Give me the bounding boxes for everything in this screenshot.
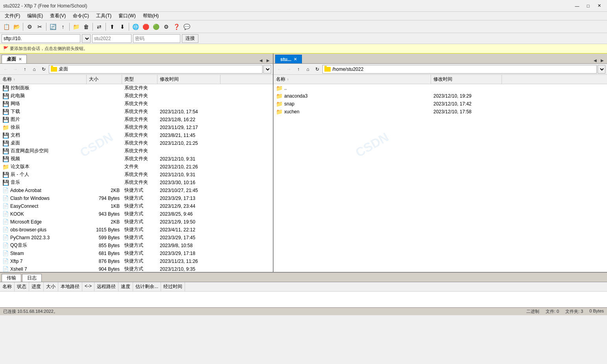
menu-item-T[interactable]: 工具(T) xyxy=(93,12,115,20)
username-input[interactable] xyxy=(92,34,131,43)
right-file-list: 名称 修改时间 📁 .. 📁 anaconda3 2023/12/10, 19:… xyxy=(274,75,607,272)
sftp-dropdown[interactable] xyxy=(82,34,91,43)
right-refresh-button[interactable]: ↻ xyxy=(313,65,322,74)
left-back-button[interactable]: ← xyxy=(2,65,10,74)
left-file-row[interactable]: 💾 文档 系统文件夹 2023/8/21, 11:45 xyxy=(0,131,273,139)
toolbar-settings[interactable]: ⚙ xyxy=(161,22,171,31)
left-tab-desktop[interactable]: 桌面 ✕ xyxy=(2,55,27,63)
right-tab-stu[interactable]: stu... ✕ xyxy=(275,55,302,63)
notification-text: 🚩 要添加当前会话，点击左侧的箭头按钮。 xyxy=(3,46,88,52)
left-file-row[interactable]: 💾 图片 系统文件夹 2023/12/8, 16:22 xyxy=(0,116,273,124)
menu-item-E[interactable]: 编辑(E) xyxy=(24,12,46,20)
toolbar-up[interactable]: ↑ xyxy=(58,22,68,31)
left-file-row[interactable]: 💾 控制面板 系统文件夹 xyxy=(0,84,273,92)
right-back-button[interactable]: ← xyxy=(275,65,284,74)
left-path-dropdown[interactable] xyxy=(263,65,271,74)
left-file-row[interactable]: 📁 徐辰 系统文件夹 2023/11/29, 12:17 xyxy=(0,124,273,131)
left-file-row[interactable]: 📄 obs-browser-plus 1015 Bytes 快捷方式 2023/… xyxy=(0,226,273,234)
right-nav-left[interactable]: ◀ xyxy=(592,57,598,63)
right-nav-right[interactable]: ▶ xyxy=(599,57,605,63)
left-refresh-button[interactable]: ↻ xyxy=(39,65,48,74)
maximize-button[interactable]: □ xyxy=(583,2,593,9)
toolbar-open-folder[interactable]: 📂 xyxy=(12,22,21,31)
right-up-button[interactable]: ↑ xyxy=(294,65,303,74)
left-file-row[interactable]: 📄 Clash for Windows 794 Bytes 快捷方式 2023/… xyxy=(0,194,273,202)
connect-button[interactable]: 连接 xyxy=(182,34,198,43)
right-file-row[interactable]: 📁 anaconda3 2023/12/10, 19:29 xyxy=(274,92,607,100)
transfer-tab-0[interactable]: 传输 xyxy=(2,274,21,282)
right-file-row[interactable]: 📁 snap 2023/12/10, 17:42 xyxy=(274,100,607,108)
transfer-header: 名称状态进度大小本地路径<->远程路径速度估计剩余...经过时间 xyxy=(0,282,607,292)
status-files: 文件: 0 xyxy=(546,309,559,314)
menu-item-H[interactable]: 帮助(H) xyxy=(140,12,162,20)
sftp-input[interactable] xyxy=(2,34,80,43)
menu-item-C[interactable]: 命令(C) xyxy=(70,12,92,20)
toolbar-sync[interactable]: ⇄ xyxy=(94,22,104,31)
right-path-combo[interactable]: /home/stu2022 xyxy=(322,65,597,74)
left-col-date[interactable]: 修改时间 xyxy=(157,75,220,84)
right-path-dropdown[interactable] xyxy=(598,65,605,74)
transfer-tab-1[interactable]: 日志 xyxy=(22,274,42,282)
toolbar-upload[interactable]: ⬆ xyxy=(107,22,117,31)
toolbar-globe[interactable]: 🌐 xyxy=(131,22,140,31)
left-file-row[interactable]: 📄 Microsoft Edge 2KB 快捷方式 2023/12/9, 19:… xyxy=(0,218,273,226)
left-col-size[interactable]: 大小 xyxy=(87,75,122,84)
minimize-button[interactable]: — xyxy=(572,2,582,9)
left-file-row[interactable]: 📄 Xftp 7 876 Bytes 快捷方式 2023/11/23, 11:2… xyxy=(0,257,273,265)
password-input[interactable] xyxy=(133,34,180,43)
left-up-button[interactable]: ↑ xyxy=(20,65,29,74)
right-forward-button[interactable]: → xyxy=(285,65,293,74)
left-nav-left[interactable]: ◀ xyxy=(258,57,264,63)
left-file-row[interactable]: 💾 百度网盘同步空间 系统文件夹 xyxy=(0,147,273,155)
toolbar-download[interactable]: ⬇ xyxy=(118,22,127,31)
left-file-row[interactable]: 💾 桌面 系统文件夹 2023/12/10, 21:25 xyxy=(0,139,273,147)
right-file-row[interactable]: 📁 xuchen 2023/12/10, 17:58 xyxy=(274,108,607,116)
left-col-name[interactable]: 名称 xyxy=(0,75,87,84)
toolbar-help[interactable]: ❓ xyxy=(172,22,181,31)
bottom-area: 传输日志 名称状态进度大小本地路径<->远程路径速度估计剩余...经过时间 xyxy=(0,272,607,307)
close-button[interactable]: ✕ xyxy=(594,2,604,9)
left-tab-close[interactable]: ✕ xyxy=(19,57,22,61)
toolbar-new-folder[interactable]: 📁 xyxy=(71,22,81,31)
left-file-row[interactable]: 💾 网络 系统文件夹 xyxy=(0,100,273,108)
right-col-date[interactable]: 修改时间 xyxy=(431,75,502,84)
left-file-row[interactable]: 💾 此电脑 系统文件夹 xyxy=(0,92,273,100)
left-file-row[interactable]: 📄 Adobe Acrobat 2KB 快捷方式 2023/10/27, 21:… xyxy=(0,187,273,194)
left-file-row[interactable]: 📄 EasyConnect 1KB 快捷方式 2023/12/9, 23:44 xyxy=(0,202,273,210)
toolbar-paste[interactable]: ✂ xyxy=(35,22,44,31)
left-file-row[interactable]: 💾 视频 系统文件夹 2023/12/10, 9:31 xyxy=(0,155,273,163)
transfer-col: 远程路径 xyxy=(94,282,118,291)
menu-item-F[interactable]: 文件(F) xyxy=(2,12,23,20)
left-file-row[interactable]: 💾 辰 - 个人 系统文件夹 2023/12/10, 9:31 xyxy=(0,171,273,179)
right-home-button[interactable]: ⌂ xyxy=(304,65,312,74)
left-folder-icon xyxy=(51,67,57,72)
left-home-button[interactable]: ⌂ xyxy=(30,65,39,74)
toolbar-chat[interactable]: 💬 xyxy=(182,22,191,31)
left-file-row[interactable]: 💾 音乐 系统文件夹 2023/3/30, 10:16 xyxy=(0,179,273,187)
menu-item-W[interactable]: 窗口(W) xyxy=(115,12,139,20)
left-file-row[interactable]: 📄 Xshell 7 904 Bytes 快捷方式 2023/12/10, 9:… xyxy=(0,265,273,272)
right-file-row[interactable]: 📁 .. xyxy=(274,84,607,92)
right-tab-close[interactable]: ✕ xyxy=(294,57,297,61)
left-file-row[interactable]: 📄 Steam 681 Bytes 快捷方式 2023/3/29, 17:18 xyxy=(0,249,273,257)
left-col-type[interactable]: 类型 xyxy=(122,75,157,84)
left-file-row[interactable]: 📄 PyCharm 2022.3.3 599 Bytes 快捷方式 2023/3… xyxy=(0,234,273,242)
left-file-row[interactable]: 📄 QQ音乐 855 Bytes 快捷方式 2023/9/8, 10:58 xyxy=(0,242,273,249)
address-bar: 连接 xyxy=(0,33,607,44)
left-forward-button[interactable]: → xyxy=(11,65,20,74)
left-file-row[interactable]: 💾 下载 系统文件夹 2023/12/10, 17:54 xyxy=(0,108,273,116)
right-col-name[interactable]: 名称 xyxy=(274,75,431,84)
menu-item-V[interactable]: 查看(V) xyxy=(47,12,69,20)
toolbar-sep-2 xyxy=(46,23,46,31)
left-file-row[interactable]: 📄 KOOK 943 Bytes 快捷方式 2023/8/25, 9:46 xyxy=(0,210,273,218)
toolbar-stop[interactable]: 🛑 xyxy=(141,22,150,31)
toolbar-refresh[interactable]: 🔄 xyxy=(48,22,57,31)
toolbar-delete[interactable]: 🗑 xyxy=(81,22,91,31)
toolbar-green[interactable]: 🟢 xyxy=(151,22,161,31)
left-file-row[interactable]: 📁 论文版本 文件夹 2023/12/10, 21:26 xyxy=(0,163,273,171)
toolbar-sep-1 xyxy=(23,23,23,31)
toolbar-new-session[interactable]: 📋 xyxy=(2,22,11,31)
left-nav-right[interactable]: ▶ xyxy=(265,57,271,63)
left-path-combo[interactable]: 桌面 xyxy=(49,65,263,74)
toolbar-copy[interactable]: ⚙ xyxy=(25,22,34,31)
